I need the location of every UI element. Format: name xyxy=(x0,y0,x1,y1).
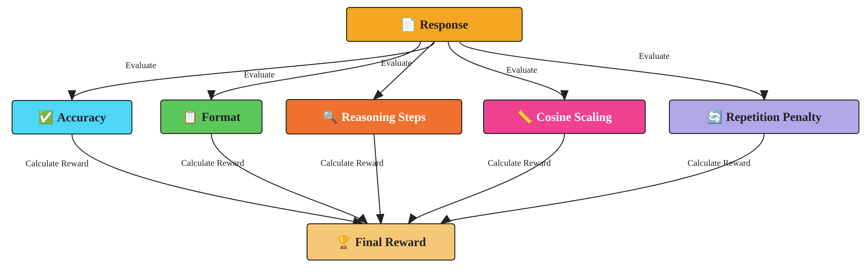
reasoning-label: Reasoning Steps xyxy=(341,110,426,124)
label-calc-accuracy: Calculate Reward xyxy=(26,158,89,168)
cosine-label: Cosine Scaling xyxy=(536,110,612,124)
label-calc-cosine: Calculate Reward xyxy=(488,158,551,168)
label-evaluate-accuracy: Evaluate xyxy=(125,60,156,70)
node-accuracy: ✅ Accuracy xyxy=(11,100,132,134)
diagram-container: Evaluate Evaluate Evaluate Evaluate Eval… xyxy=(0,0,868,274)
label-evaluate-repetition: Evaluate xyxy=(639,51,670,61)
node-reasoning: 🔍 Reasoning Steps xyxy=(286,99,462,134)
label-calc-format: Calculate Reward xyxy=(181,158,244,168)
reasoning-icon: 🔍 xyxy=(322,110,338,124)
final-icon: 🏆 xyxy=(336,235,351,249)
format-icon: 📋 xyxy=(182,110,198,124)
repetition-label: Repetition Penalty xyxy=(726,110,822,124)
label-calc-repetition: Calculate Reward xyxy=(687,158,750,168)
label-evaluate-cosine: Evaluate xyxy=(506,65,537,75)
label-evaluate-format: Evaluate xyxy=(244,69,275,80)
format-label: Format xyxy=(202,110,240,124)
label-evaluate-reasoning: Evaluate xyxy=(381,58,412,68)
label-calc-reasoning: Calculate Reward xyxy=(320,158,383,168)
node-repetition: 🔄 Repetition Penalty xyxy=(669,100,859,134)
repetition-icon: 🔄 xyxy=(707,110,722,124)
response-label: Response xyxy=(420,18,468,31)
cosine-icon: 📏 xyxy=(517,110,533,124)
node-format: 📋 Format xyxy=(160,100,262,134)
response-icon: 📄 xyxy=(400,17,416,32)
final-label: Final Reward xyxy=(355,235,426,249)
node-response: 📄 Response xyxy=(346,7,523,42)
accuracy-icon: ✅ xyxy=(38,110,54,125)
accuracy-label: Accuracy xyxy=(57,110,106,124)
node-final: 🏆 Final Reward xyxy=(307,223,455,261)
node-cosine: 📏 Cosine Scaling xyxy=(483,100,646,134)
